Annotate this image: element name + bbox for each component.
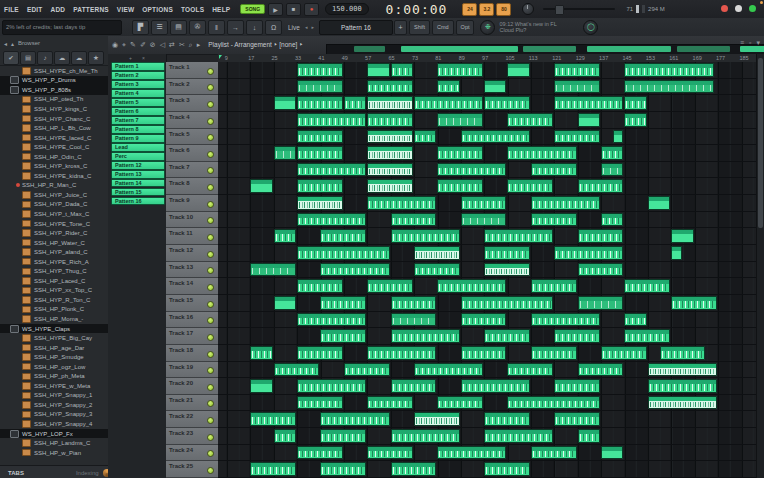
playlist-clip[interactable] [601,346,647,360]
track-header[interactable]: Track 22 [166,411,218,428]
playlist-clip[interactable] [531,313,600,327]
menu-file[interactable]: FILE [0,6,23,13]
fl-cloud-icon[interactable]: ❉ [480,20,495,35]
magnet-icon[interactable]: ⌖ [122,41,126,49]
typing-keyboard-icon[interactable]: ▛ [132,20,149,35]
playlist-clip[interactable] [507,146,576,160]
browser-file-row[interactable]: SSH_HP_Water_C [0,238,108,248]
track-mute-led-icon[interactable] [207,184,214,191]
playlist-clip[interactable] [554,412,600,426]
pattern-item[interactable]: Pattern 12 [111,161,165,170]
playlist-clip[interactable] [554,63,600,77]
slider-thumb[interactable] [555,5,564,15]
slice-icon[interactable]: ✂ [179,41,185,49]
playlist-clip[interactable] [554,130,600,144]
track-mute-led-icon[interactable] [207,118,214,125]
browser-file-row[interactable]: SSH_HP_Smudge [0,352,108,362]
playlist-clip[interactable] [274,363,320,377]
modifier-cmd[interactable]: Cmd [432,20,454,35]
picker-tool-icon[interactable]: + [129,55,132,61]
track-header[interactable]: Track 11 [166,228,218,245]
playlist-clip[interactable] [367,96,413,110]
playlist-clip[interactable] [484,263,530,277]
browser-file-row[interactable]: SSH_HP_oted_Th [0,95,108,105]
track-header[interactable]: Track 9 [166,195,218,212]
playlist-clip[interactable] [437,80,459,94]
scrollbar-thumb[interactable] [758,58,763,228]
playlist-clip[interactable] [507,179,553,193]
playlist-clip[interactable] [437,179,483,193]
playlist-clip[interactable] [367,80,413,94]
track-mute-led-icon[interactable] [207,151,214,158]
track-mute-led-icon[interactable] [207,367,214,374]
playlist-clip[interactable] [671,246,682,260]
playlist-clip[interactable] [344,363,390,377]
playlist-clip[interactable] [367,196,436,210]
playlist-clip[interactable] [320,429,366,443]
blend-notes-icon[interactable]: ▤ [170,20,187,35]
playlist-clip[interactable] [414,246,460,260]
countdown-icon[interactable]: ↓ [246,20,263,35]
time-display[interactable]: 0:00:00 [386,2,448,17]
slip-icon[interactable]: ⇄ [169,41,175,49]
playlist-clip[interactable] [391,296,437,310]
playlist-clip[interactable] [578,229,624,243]
browser-file-row[interactable]: SSH_HYP_Snappy_3 [0,410,108,420]
tabs-label[interactable]: TABS [8,470,24,476]
browser-file-row[interactable]: SSH_HP_age_Dar [0,343,108,353]
record-countdown-icon[interactable]: ◯ [583,20,598,35]
playlist-clip[interactable] [320,329,366,343]
playlist-clip[interactable] [250,346,272,360]
browser-file-row[interactable]: SSH_HYP_t_Max_C [0,209,108,219]
playlist-clip[interactable] [297,179,343,193]
playlist-clip[interactable] [297,213,366,227]
playlist-clip[interactable] [391,462,437,476]
play-button[interactable]: ▶ [268,3,283,16]
playlist-clip[interactable] [297,63,343,77]
track-mute-led-icon[interactable] [207,450,214,457]
news-notification[interactable]: 09:12 What's new in FL Cloud Plu? [499,21,577,33]
paint-icon[interactable]: ✐ [140,41,146,49]
playlist-clip[interactable] [578,363,624,377]
playlist-clip[interactable] [297,279,343,293]
pattern-next-icon[interactable]: ▸ [311,24,314,30]
playlist-clip[interactable] [297,130,343,144]
playlist-clip[interactable] [250,412,296,426]
pattern-item[interactable]: Pattern 3 [111,80,165,89]
menu-options[interactable]: OPTIONS [138,6,177,13]
playlist-clip[interactable] [367,163,413,177]
window-dot-icon[interactable] [749,5,756,12]
playlist-clip[interactable] [624,313,646,327]
playlist-grid[interactable] [218,62,756,478]
playlist-clip[interactable] [484,462,530,476]
track-mute-led-icon[interactable] [207,101,214,108]
loop-record-icon[interactable]: Ω [265,20,282,35]
track-header[interactable]: Track 25 [166,461,218,478]
track-header[interactable]: Track 20 [166,378,218,395]
playlist-clip[interactable] [297,163,366,177]
playlist-clip[interactable] [320,296,366,310]
track-mute-led-icon[interactable] [207,134,214,141]
browser-group-row[interactable]: WS_HYP_P_808s [0,85,108,95]
song-mode-toggle[interactable]: SONG [240,4,265,14]
track-mute-led-icon[interactable] [207,84,214,91]
playlist-clip[interactable] [391,329,460,343]
playlist-clip[interactable] [613,130,624,144]
pattern-item[interactable]: Pattern 6 [111,107,165,116]
playlist-clip[interactable] [671,296,717,310]
playlist-clip[interactable] [554,96,623,110]
playlist-clip[interactable] [297,396,343,410]
playlist-clip[interactable] [461,346,507,360]
playlist-clip[interactable] [554,80,600,94]
browser-file-row[interactable]: SSH_HP_Plonk_C [0,305,108,315]
playlist-clip[interactable] [297,96,343,110]
delete-icon[interactable]: ⊘ [150,41,156,49]
maximize-icon[interactable]: ▫ [749,39,751,47]
library-tab-icon[interactable]: ☁ [71,51,87,65]
playlist-clip[interactable] [507,113,553,127]
playlist-clip[interactable] [531,163,577,177]
playlist-clip[interactable] [437,446,506,460]
playlist-clip[interactable] [391,63,413,77]
browser-file-row[interactable]: SSH_HYP_Dada_C [0,200,108,210]
playlist-clip[interactable] [367,346,436,360]
